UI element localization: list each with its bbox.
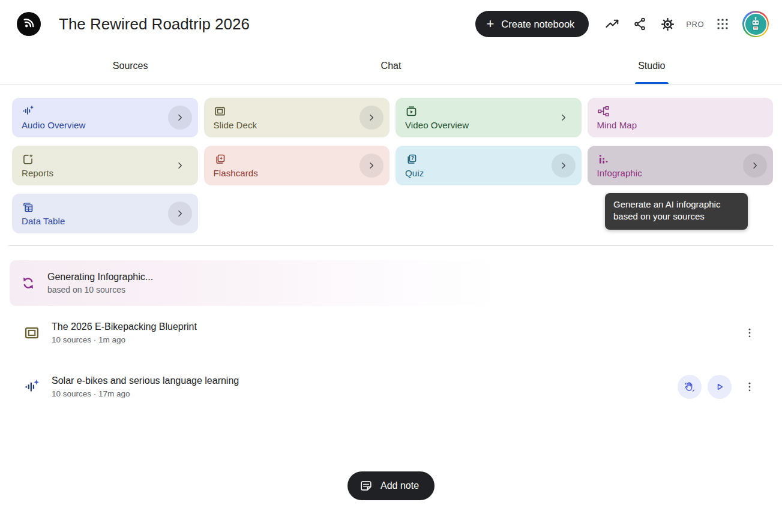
studio-card-flashcards[interactable]: Flashcards <box>204 146 390 185</box>
play-audio-button[interactable] <box>708 375 732 399</box>
quiz-icon: ? <box>405 153 418 165</box>
card-label: Infographic <box>597 168 642 178</box>
artifact-meta: 10 sources · 17m ago <box>52 389 239 398</box>
play-icon <box>714 381 726 393</box>
section-divider <box>8 245 774 246</box>
create-notebook-label: Create notebook <box>501 19 574 30</box>
apps-grid-icon <box>716 17 729 31</box>
create-notebook-button[interactable]: + Create notebook <box>475 11 589 37</box>
generating-spinner-icon <box>20 275 36 291</box>
card-label: Mind Map <box>597 120 637 130</box>
app-header: The Rewired Roadtrip 2026 + Create noteb… <box>0 0 782 48</box>
tab-chat[interactable]: Chat <box>260 48 521 84</box>
chevron-right-icon[interactable] <box>168 202 192 226</box>
hand-wave-icon <box>684 381 696 393</box>
trending-up-icon <box>605 17 619 31</box>
generating-title: Generating Infographic... <box>47 272 153 282</box>
card-label: Flashcards <box>214 168 258 178</box>
bar-chart-icon <box>597 153 610 165</box>
artifact-title: The 2026 E-Bikepacking Blueprint <box>52 321 197 332</box>
data-table-icon <box>22 201 34 213</box>
card-label: Audio Overview <box>22 120 85 130</box>
studio-card-video-overview[interactable]: Video Overview <box>396 98 582 137</box>
vertical-dots-icon <box>744 381 756 393</box>
artifact-row-slide-deck[interactable]: The 2026 E-Bikepacking Blueprint 10 sour… <box>0 306 782 360</box>
chevron-right-icon[interactable] <box>168 106 192 130</box>
share-icon <box>633 17 647 31</box>
studio-card-quiz[interactable]: ? Quiz <box>396 146 582 185</box>
card-label: Quiz <box>405 168 424 178</box>
generating-subtitle: based on 10 sources <box>47 285 153 294</box>
pro-badge: PRO <box>686 20 704 29</box>
analytics-button[interactable] <box>598 10 626 38</box>
vertical-dots-icon <box>744 327 756 339</box>
chevron-right-icon[interactable] <box>552 106 576 130</box>
more-options-button[interactable] <box>741 375 758 399</box>
user-avatar[interactable] <box>742 11 769 37</box>
studio-card-data-table[interactable]: Data Table <box>12 194 198 233</box>
artifact-title: Solar e-bikes and serious language learn… <box>52 375 239 386</box>
slide-deck-icon <box>23 324 41 341</box>
studio-card-audio-overview[interactable]: Audio Overview <box>12 98 198 137</box>
studio-card-infographic[interactable]: Infographic <box>588 146 774 185</box>
plus-icon: + <box>486 17 494 31</box>
robot-avatar-icon <box>748 16 763 32</box>
artifact-meta: 10 sources · 1m ago <box>52 335 197 344</box>
tab-sources[interactable]: Sources <box>0 48 260 84</box>
studio-card-reports[interactable]: Reports <box>12 146 198 185</box>
slide-deck-icon <box>214 105 226 117</box>
notebook-title[interactable]: The Rewired Roadtrip 2026 <box>59 15 250 34</box>
settings-button[interactable] <box>654 10 681 38</box>
tab-studio[interactable]: Studio <box>522 48 782 84</box>
card-label: Slide Deck <box>214 120 257 130</box>
notebook-tabs: Sources Chat Studio <box>0 48 782 85</box>
chevron-right-icon[interactable] <box>359 154 383 178</box>
chevron-right-icon[interactable] <box>359 106 383 130</box>
studio-card-slide-deck[interactable]: Slide Deck <box>204 98 390 137</box>
chevron-right-icon[interactable] <box>743 154 767 178</box>
add-note-label: Add note <box>380 480 419 491</box>
flashcards-icon <box>214 153 226 165</box>
tab-chat-label: Chat <box>381 61 402 71</box>
notebooklm-logo-icon <box>21 16 37 32</box>
notebooklm-logo[interactable] <box>17 12 41 36</box>
note-icon <box>359 479 373 492</box>
video-overview-icon <box>405 105 418 117</box>
tab-studio-label: Studio <box>638 61 665 71</box>
svg-text:?: ? <box>411 155 414 161</box>
interactive-mode-button[interactable] <box>678 375 702 399</box>
card-label: Video Overview <box>405 120 469 130</box>
audio-waveform-sparkle-icon <box>23 378 41 395</box>
chevron-right-icon[interactable] <box>168 154 192 178</box>
add-note-button[interactable]: Add note <box>347 471 435 500</box>
card-label: Data Table <box>22 216 65 226</box>
card-label: Reports <box>22 168 53 178</box>
tab-sources-label: Sources <box>113 61 148 71</box>
generating-status-row: Generating Infographic... based on 10 so… <box>10 260 509 306</box>
chevron-right-icon[interactable] <box>552 154 576 178</box>
more-options-button[interactable] <box>741 321 758 345</box>
studio-card-mind-map[interactable]: Mind Map <box>588 98 774 137</box>
gear-icon <box>660 17 675 32</box>
share-button[interactable] <box>626 10 654 38</box>
artifact-list: The 2026 E-Bikepacking Blueprint 10 sour… <box>0 306 782 414</box>
apps-grid-button[interactable] <box>709 10 736 38</box>
audio-waveform-sparkle-icon <box>22 105 35 117</box>
artifact-row-audio-overview[interactable]: Solar e-bikes and serious language learn… <box>0 360 782 414</box>
report-sparkle-icon <box>22 153 34 165</box>
infographic-tooltip: Generate an AI infographic based on your… <box>605 193 748 230</box>
mind-map-icon <box>597 105 610 117</box>
